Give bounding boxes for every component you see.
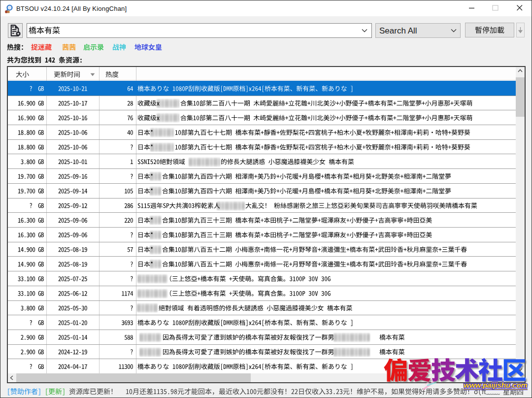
svg-text:www.paijishu.com: www.paijishu.com (464, 381, 528, 389)
